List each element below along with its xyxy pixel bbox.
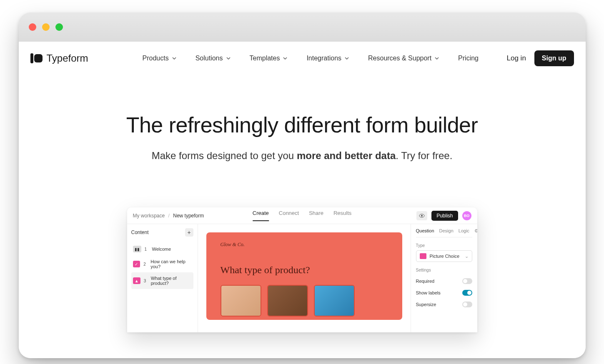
chevron-down-icon xyxy=(283,56,287,60)
builder-actions: Publish BO xyxy=(416,211,471,221)
nav-integrations[interactable]: Integrations xyxy=(306,55,349,62)
hero-subtitle: Make forms designed to get you more and … xyxy=(19,150,586,162)
primary-nav: Products Solutions Templates Integration… xyxy=(143,55,479,62)
nav-pricing[interactable]: Pricing xyxy=(458,55,479,62)
canvas-area: Glow & Co. What type of product? xyxy=(198,224,411,332)
canvas-question-text: What type of product? xyxy=(221,264,388,276)
window-titlebar xyxy=(19,12,586,42)
chevron-down-icon xyxy=(172,56,176,60)
setting-required: Required xyxy=(416,278,472,284)
picture-choice-icon: ▲ xyxy=(133,277,140,284)
svg-point-1 xyxy=(421,215,423,217)
browser-window: Typeform Products Solutions Templates In… xyxy=(19,12,586,358)
setting-show-labels: Show labels xyxy=(416,290,472,296)
builder-tabs: Create Connect Share Results xyxy=(253,210,352,221)
hero: The refreshingly different form builder … xyxy=(19,112,586,162)
builder-window: My workspace / New typeform Create Conne… xyxy=(127,207,477,332)
tab-share[interactable]: Share xyxy=(309,210,323,221)
show-labels-toggle[interactable] xyxy=(462,290,472,296)
breadcrumb: My workspace / New typeform xyxy=(133,213,204,219)
login-link[interactable]: Log in xyxy=(507,54,526,62)
site-header: Typeform Products Solutions Templates In… xyxy=(19,42,586,75)
tab-results[interactable]: Results xyxy=(333,210,351,221)
window-close-icon[interactable] xyxy=(29,23,36,31)
tab-connect[interactable]: Connect xyxy=(279,210,299,221)
add-question-button[interactable]: + xyxy=(185,228,193,237)
chevron-down-icon xyxy=(226,56,231,60)
question-item-welcome[interactable]: ▮▮ 1 Welcome xyxy=(131,242,193,256)
signup-button[interactable]: Sign up xyxy=(534,50,574,66)
picture-choice-cards xyxy=(221,285,388,317)
tab-design[interactable]: Design xyxy=(439,228,454,234)
logo-icon xyxy=(30,53,43,63)
content-heading: Content + xyxy=(131,228,193,237)
brand-name: Typeform xyxy=(47,52,88,64)
product-preview: My workspace / New typeform Create Conne… xyxy=(19,207,586,332)
question-type-select[interactable]: Picture Choice ⌄ xyxy=(416,250,472,262)
page-content: Typeform Products Solutions Templates In… xyxy=(19,42,586,358)
gear-icon[interactable]: ⚙ xyxy=(474,228,477,234)
tab-logic[interactable]: Logic xyxy=(459,228,469,234)
tab-create[interactable]: Create xyxy=(253,210,269,221)
settings-label: Settings xyxy=(416,268,472,272)
chevron-down-icon xyxy=(345,56,349,60)
window-maximize-icon[interactable] xyxy=(55,23,63,31)
publish-button[interactable]: Publish xyxy=(431,211,458,221)
picture-choice-icon xyxy=(420,253,426,259)
tab-question[interactable]: Question xyxy=(416,228,434,234)
hero-title: The refreshingly different form builder xyxy=(19,112,586,137)
supersize-toggle[interactable] xyxy=(462,302,472,307)
eye-icon xyxy=(419,214,425,218)
brand-logo[interactable]: Typeform xyxy=(30,52,88,64)
window-minimize-icon[interactable] xyxy=(42,23,50,31)
chevron-down-icon: ⌄ xyxy=(465,254,469,259)
canvas-brand: Glow & Co. xyxy=(221,242,388,248)
auth-actions: Log in Sign up xyxy=(507,50,574,66)
welcome-screen-icon: ▮▮ xyxy=(133,246,141,252)
chevron-down-icon xyxy=(435,56,439,60)
setting-supersize: Supersize xyxy=(416,302,472,307)
nav-templates[interactable]: Templates xyxy=(250,55,288,62)
picture-choice-option[interactable] xyxy=(314,285,355,317)
question-item-product-type[interactable]: ▲ 3 What type of product? xyxy=(131,272,193,289)
form-canvas[interactable]: Glow & Co. What type of product? xyxy=(206,232,402,320)
properties-panel: Question Design Logic ⚙ Type Picture Cho… xyxy=(411,224,477,332)
content-panel: Content + ▮▮ 1 Welcome ✓ 2 How can we he… xyxy=(127,224,198,332)
type-label: Type xyxy=(416,243,472,248)
question-item-help[interactable]: ✓ 2 How can we help you? xyxy=(131,256,193,272)
user-avatar[interactable]: BO xyxy=(462,211,471,220)
required-toggle[interactable] xyxy=(462,278,472,284)
builder-body: Content + ▮▮ 1 Welcome ✓ 2 How can we he… xyxy=(127,224,477,332)
nav-products[interactable]: Products xyxy=(143,55,176,62)
nav-solutions[interactable]: Solutions xyxy=(195,55,231,62)
multiple-choice-icon: ✓ xyxy=(133,261,140,267)
builder-topbar: My workspace / New typeform Create Conne… xyxy=(127,207,477,224)
preview-button[interactable] xyxy=(416,211,427,220)
picture-choice-option[interactable] xyxy=(221,285,261,317)
picture-choice-option[interactable] xyxy=(267,285,308,317)
nav-resources[interactable]: Resources & Support xyxy=(368,55,439,62)
properties-tabs: Question Design Logic ⚙ xyxy=(416,228,472,237)
